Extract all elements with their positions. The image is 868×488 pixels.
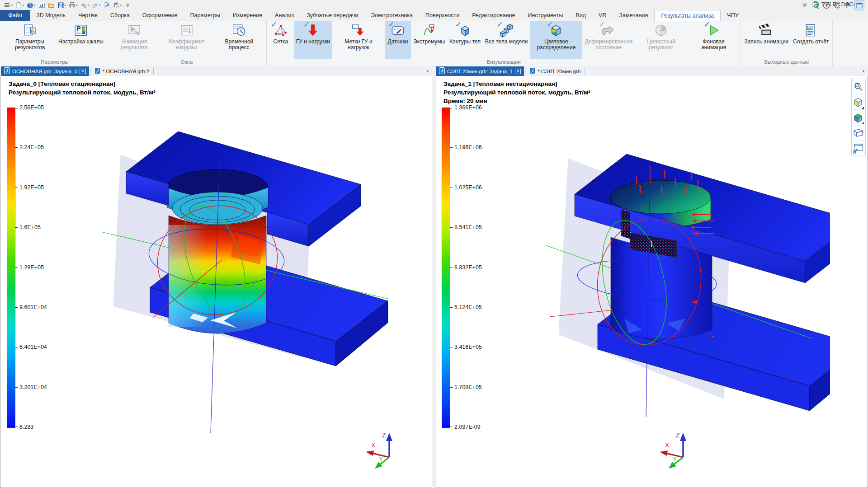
scale-tick [450, 188, 453, 188]
ribbon-button-label: Анимация результата [110, 39, 158, 51]
ribbon-button[interactable]: ✓Фоновая анимация [687, 21, 740, 59]
ribbon-button-label: Все тела модели [485, 39, 528, 45]
perspective-view-icon[interactable] [852, 125, 864, 141]
undo-icon[interactable]: ▾ [80, 1, 90, 9]
new-3d-model-icon[interactable]: ▾ [26, 1, 37, 9]
ribbon-button[interactable]: Параметры результатов [4, 21, 56, 59]
ribbon-button[interactable]: Анимация результата [108, 21, 160, 59]
document-tab[interactable]: * ОСНОВНАЯ.grb:2 [91, 66, 153, 76]
scale-tick [15, 347, 18, 347]
window-settings-icon[interactable] [852, 141, 864, 156]
document-tab-label: СЭЛТ 20мин.grb: Задача_1 [447, 69, 513, 74]
menu-tab-5[interactable]: Оформление [136, 10, 184, 21]
menu-tab-4[interactable]: Сборка [104, 10, 136, 21]
ribbon-button[interactable]: ✓ГУ и нагрузки [294, 21, 332, 59]
document-tab[interactable]: ОСНОВНАЯ.grb: Задача_0✕ [1, 66, 89, 76]
overflow-icon[interactable] [123, 1, 132, 9]
ribbon-button[interactable]: Коэффициент нагрузки [160, 21, 213, 59]
create-report-icon [803, 23, 819, 38]
open-icon[interactable] [47, 1, 56, 9]
menu-tab-7[interactable]: Измерение [226, 10, 269, 21]
tab-separator [585, 68, 585, 75]
document-icon [94, 67, 100, 75]
ribbon-button[interactable]: ✓Сетка [268, 21, 294, 59]
ribbon-button[interactable]: Создать отчёт [791, 21, 831, 59]
menu-tab-14[interactable]: Вид [569, 10, 592, 21]
shading-mode-icon[interactable] [852, 94, 864, 110]
preview-icon[interactable] [38, 1, 46, 9]
menu-tab-12[interactable]: Редактирование [466, 10, 521, 21]
service-icon[interactable] [103, 1, 111, 9]
ribbon-button-label: Цветовое распределение [532, 39, 580, 51]
ribbon-button[interactable]: ✓Цветовое распределение [530, 21, 582, 59]
checkmark-icon: ✓ [599, 19, 605, 29]
tab-list-dropdown-icon[interactable]: ▾ [427, 69, 429, 73]
checkmark-icon: ✓ [546, 19, 553, 29]
tab-list-dropdown-icon[interactable]: ▾ [863, 69, 864, 73]
viewport-title-line: Результирующий тепловой поток, модуль, В… [9, 88, 155, 97]
color-scale-bar [442, 108, 450, 428]
ribbon-group-caption: Выходные данные [742, 59, 831, 66]
app-menu-icon[interactable]: ▾ [3, 1, 14, 9]
ribbon-button[interactable]: Временной процесс [213, 21, 265, 59]
time-process-icon [231, 23, 247, 38]
scale-tick [450, 267, 453, 268]
menu-tab-16[interactable]: Замечания [613, 10, 654, 21]
ribbon-button[interactable]: Запись анимации [742, 21, 791, 59]
ribbon-button-label: Датчики [388, 39, 408, 45]
save-icon[interactable]: ▾ [57, 1, 67, 9]
window-layout-icon[interactable] [854, 0, 864, 10]
scale-settings-icon: P [73, 23, 89, 38]
viewport-title-line: Задача_0 [Тепловая стационарная] [9, 80, 155, 88]
document-icon [529, 67, 535, 75]
search-icon[interactable] [811, 1, 820, 10]
scale-label: 9.601E+04 [19, 304, 47, 310]
menu-tab-1[interactable]: Файл [0, 10, 30, 21]
redo-icon[interactable]: ▾ [91, 1, 102, 9]
scale-label: 6.832E+05 [454, 264, 482, 271]
scale-label: 2.097E-09 [454, 424, 481, 430]
flag-icon[interactable] [844, 1, 853, 10]
ribbon-button[interactable]: ✓Контуры тел [447, 21, 483, 59]
menu-tab-2[interactable]: 3D Модель [30, 10, 72, 21]
menu-tab-17[interactable]: Результаты анализа [654, 10, 721, 21]
ribbon-button-label: ГУ и нагрузки [296, 39, 330, 45]
ribbon-button[interactable]: ✓Датчики [385, 21, 411, 59]
bc-loads-icon: ✓ [305, 23, 321, 38]
new-document-icon[interactable]: ▾ [14, 1, 25, 9]
ribbon-button[interactable]: Целостный результат [635, 21, 687, 59]
settings-icon[interactable] [833, 1, 842, 10]
scale-label: 1.6E+05 [19, 224, 41, 230]
scale-label: 3.201E+04 [19, 384, 47, 390]
close-icon[interactable]: ✕ [515, 69, 521, 74]
scale-label: 3.416E+05 [454, 344, 482, 350]
document-tab[interactable]: СЭЛТ 20мин.grb: Задача_1✕ [436, 66, 524, 76]
ribbon-button[interactable]: PНастройка шкалы [56, 21, 106, 59]
body-contours-icon: ✓ [458, 23, 473, 38]
menu-tab-6[interactable]: Параметры [184, 10, 226, 21]
close-icon[interactable]: ✕ [80, 69, 86, 74]
collapse-ribbon-icon[interactable] [800, 1, 809, 10]
scale-label: 2.56E+05 [19, 104, 44, 111]
ribbon-button[interactable]: Метки ГУ и нагрузок [332, 21, 385, 59]
section-view-icon[interactable] [852, 110, 864, 125]
ribbon-button[interactable]: Экстремумы [411, 21, 447, 59]
menu-tab-18[interactable]: ЧПУ [721, 10, 745, 21]
scale-tick [15, 387, 18, 388]
menu-tab-3[interactable]: Чертёж [72, 10, 104, 21]
svg-text:?: ? [826, 3, 828, 8]
checkmark-icon: ✓ [271, 19, 278, 29]
ribbon-button[interactable]: ✓Все тела модели [483, 21, 530, 59]
document-tab[interactable]: * СЭЛТ 20мин.grb [526, 66, 584, 76]
viewport-3d-left[interactable]: Задача_0 [Тепловая стационарная]Результи… [0, 76, 432, 488]
menu-tab-13[interactable]: Инструменты [522, 10, 570, 21]
help-icon[interactable]: ? [822, 1, 831, 10]
viewport-3d-right[interactable]: Задача_1 [Тепловая нестационарная]Резуль… [435, 76, 868, 488]
print-icon[interactable]: ▾ [68, 1, 79, 9]
document-tab-label: * СЭЛТ 20мин.grb [538, 69, 580, 74]
zoom-window-icon[interactable] [852, 79, 864, 94]
ribbon-button[interactable]: ✓Деформированное состояние [582, 21, 635, 59]
menu-bar: Файл3D МодельЧертёжСборкаОформлениеПарам… [0, 10, 868, 21]
ribbon-group: Параметры результатовPНастройка шкалыПар… [3, 21, 107, 66]
rollback-icon[interactable]: ▾ [112, 1, 123, 9]
